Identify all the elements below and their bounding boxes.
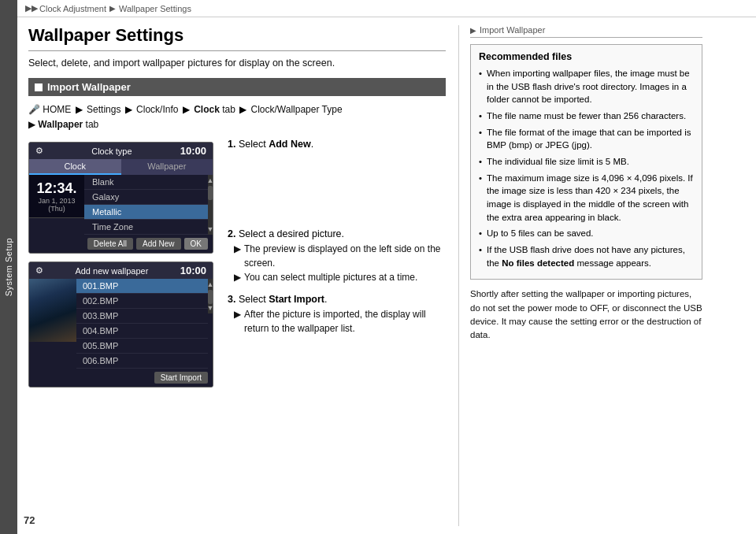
screen1-item-galaxy[interactable]: Galaxy bbox=[84, 190, 208, 205]
section-title: Import Wallpaper bbox=[47, 81, 131, 93]
screen1-gear-icon: ⚙ bbox=[35, 146, 43, 156]
screen2-file-list: 001.BMP 002.BMP 003.BMP 004.BMP 005.BMP … bbox=[76, 279, 208, 369]
step2: 2. Select a desired picture. ▶ The previ… bbox=[228, 227, 446, 284]
step3-sub1: ▶ After the picture is imported, the dis… bbox=[234, 307, 446, 336]
screen2-file-001[interactable]: 001.BMP bbox=[76, 279, 208, 294]
nav-tab-label: tab bbox=[222, 104, 238, 115]
content-area: Wallpaper Settings Select, delete, and i… bbox=[17, 17, 756, 534]
nav-path: 🎤 HOME ▶ Settings ▶ Clock/Info ▶ Clock t… bbox=[28, 102, 446, 132]
screen2-scrollbar[interactable]: ▲ ▼ bbox=[208, 279, 213, 313]
screen1-scrollbar[interactable]: ▲ ▼ bbox=[208, 175, 213, 235]
section-header: Import Wallpaper bbox=[28, 78, 446, 96]
bullet-item-5: The maximum image size is 4,096 × 4,096 … bbox=[479, 172, 694, 224]
screen2-header: ⚙ Add new wallpaper 10:00 bbox=[29, 262, 213, 279]
page-number: 72 bbox=[24, 514, 35, 526]
screen2-title: Add new wallpaper bbox=[75, 266, 148, 276]
screen1-scroll-thumb bbox=[208, 186, 213, 200]
clock-type-screen: ⚙ Clock type 10:00 Clock Wallpaper bbox=[28, 142, 213, 254]
step1-number: 1. bbox=[228, 139, 235, 150]
screen2-scroll-thumb bbox=[208, 290, 213, 304]
sidebar: System Setup bbox=[0, 0, 17, 534]
bullet-item-6: Up to 5 files can be saved. bbox=[479, 227, 694, 240]
nav-wallpaper-tab: tab bbox=[86, 119, 99, 130]
note-text: Shortly after setting the wallpaper or i… bbox=[470, 287, 702, 342]
screen1-clock-date: Jan 1, 2013 (Thu) bbox=[29, 197, 84, 213]
screen-mockups: ⚙ Clock type 10:00 Clock Wallpaper bbox=[28, 142, 213, 388]
screen1-item-metallic[interactable]: Metallic bbox=[84, 205, 208, 220]
step1: 1. Select Add New. bbox=[228, 137, 446, 152]
screen1-item-timezone[interactable]: Time Zone bbox=[84, 220, 208, 235]
section-icon bbox=[35, 83, 43, 91]
screen2-file-003[interactable]: 003.BMP bbox=[76, 309, 208, 324]
nav-clockinfo: Clock/Info bbox=[136, 104, 178, 115]
breadcrumb-arrow1: ▶▶ bbox=[25, 3, 38, 13]
screens-steps-container: ⚙ Clock type 10:00 Clock Wallpaper bbox=[28, 135, 446, 388]
bullet-list: When importing wallpaper files, the imag… bbox=[479, 67, 694, 269]
add-wallpaper-screen: ⚙ Add new wallpaper 10:00 001.BMP 002.BM… bbox=[28, 261, 213, 388]
screen1-buttons: Delete All Add New OK bbox=[29, 235, 213, 253]
step3-text-prefix: Select bbox=[239, 294, 269, 305]
nav-arrow2: ▶ bbox=[125, 104, 135, 115]
step2-number: 2. bbox=[228, 228, 235, 239]
right-column: ▶ Import Wallpaper Recommended files Whe… bbox=[458, 25, 702, 526]
right-section-label: Import Wallpaper bbox=[480, 25, 545, 35]
left-column: Wallpaper Settings Select, delete, and i… bbox=[28, 25, 446, 526]
breadcrumb: ▶▶ Clock Adjustment ▶ Wallpaper Settings bbox=[17, 0, 756, 17]
nav-arrow1: ▶ bbox=[76, 104, 85, 115]
screen2-file-002[interactable]: 002.BMP bbox=[76, 294, 208, 309]
bullet-item-3: The file format of the image that can be… bbox=[479, 126, 694, 152]
screen2-buttons: Start Import bbox=[29, 369, 213, 387]
screen1-list: Blank Galaxy Metallic Time Zone bbox=[84, 175, 208, 235]
nav-home: HOME bbox=[43, 104, 71, 115]
screen2-gear-icon: ⚙ bbox=[35, 265, 43, 276]
nav-clock: Clock bbox=[194, 104, 220, 115]
screen1-tab-clock[interactable]: Clock bbox=[29, 159, 121, 175]
screen2-preview bbox=[29, 279, 76, 342]
screen1-tab-wallpaper[interactable]: Wallpaper bbox=[121, 159, 213, 175]
nav-arrow5: ▶ bbox=[28, 119, 38, 130]
step1-text: Select Add New. bbox=[239, 139, 313, 150]
screen1-delete-all-btn[interactable]: Delete All bbox=[87, 238, 133, 250]
screen1-item-blank[interactable]: Blank bbox=[84, 175, 208, 190]
nav-mic-icon: 🎤 bbox=[28, 104, 43, 115]
screen2-file-006[interactable]: 006.BMP bbox=[76, 354, 208, 369]
screen1-add-new-btn[interactable]: Add New bbox=[136, 238, 181, 250]
step2-sub1: ▶ The preview is displayed on the left s… bbox=[234, 242, 446, 270]
page-title: Wallpaper Settings bbox=[28, 25, 446, 51]
breadcrumb-item1: Clock Adjustment bbox=[39, 4, 106, 13]
nav-arrow4: ▶ bbox=[239, 104, 249, 115]
sidebar-label: System Setup bbox=[4, 238, 13, 296]
page-subtitle: Select, delete, and import wallpaper pic… bbox=[28, 57, 446, 69]
screen2-preview-image bbox=[29, 279, 76, 342]
screen1-header: ⚙ Clock type 10:00 bbox=[29, 143, 213, 159]
breadcrumb-sep1: ▶ bbox=[109, 4, 116, 13]
screen2-file-004[interactable]: 004.BMP bbox=[76, 324, 208, 339]
main-content: ▶▶ Clock Adjustment ▶ Wallpaper Settings… bbox=[17, 0, 756, 534]
step2-text: Select a desired picture. bbox=[239, 228, 344, 239]
screen2-file-005[interactable]: 005.BMP bbox=[76, 339, 208, 354]
bullet-item-2: The file name must be fewer than 256 cha… bbox=[479, 109, 694, 123]
right-section-title: ▶ Import Wallpaper bbox=[470, 25, 702, 38]
recommended-title: Recommended files bbox=[479, 51, 694, 62]
breadcrumb-item2: Wallpaper Settings bbox=[119, 4, 191, 13]
nav-arrow3: ▶ bbox=[183, 104, 192, 115]
nav-settings: Settings bbox=[87, 104, 120, 115]
steps-column: 1. Select Add New. 2. Select a desired p… bbox=[224, 135, 446, 343]
step3-text-bold: Start Import bbox=[269, 294, 324, 305]
screen1-title: Clock type bbox=[91, 146, 132, 156]
bullet-item-7: If the USB flash drive does not have any… bbox=[479, 243, 694, 269]
screen2-start-import-btn[interactable]: Start Import bbox=[154, 372, 208, 384]
recommended-box: Recommended files When importing wallpap… bbox=[470, 44, 702, 280]
screen1-ok-btn[interactable]: OK bbox=[184, 238, 208, 250]
right-arrow-icon: ▶ bbox=[470, 26, 476, 35]
screen1-clock-time: 12:34. bbox=[29, 180, 84, 197]
screen1-time: 10:00 bbox=[180, 145, 206, 157]
screen2-list-container: 001.BMP 002.BMP 003.BMP 004.BMP 005.BMP … bbox=[29, 279, 213, 369]
nav-clockwallpaper: Clock/Wallpaper Type bbox=[251, 104, 343, 115]
step2-sub2: ▶ You can select multiple pictures at a … bbox=[234, 270, 446, 284]
screen1-list-container: Blank Galaxy Metallic Time Zone ▲ ▼ bbox=[84, 175, 213, 235]
step3-number: 3. bbox=[228, 294, 235, 305]
nav-wallpaper: Wallpaper bbox=[38, 119, 83, 130]
step3-text-suffix: . bbox=[324, 294, 327, 305]
screen1-tabs: Clock Wallpaper bbox=[29, 159, 213, 175]
